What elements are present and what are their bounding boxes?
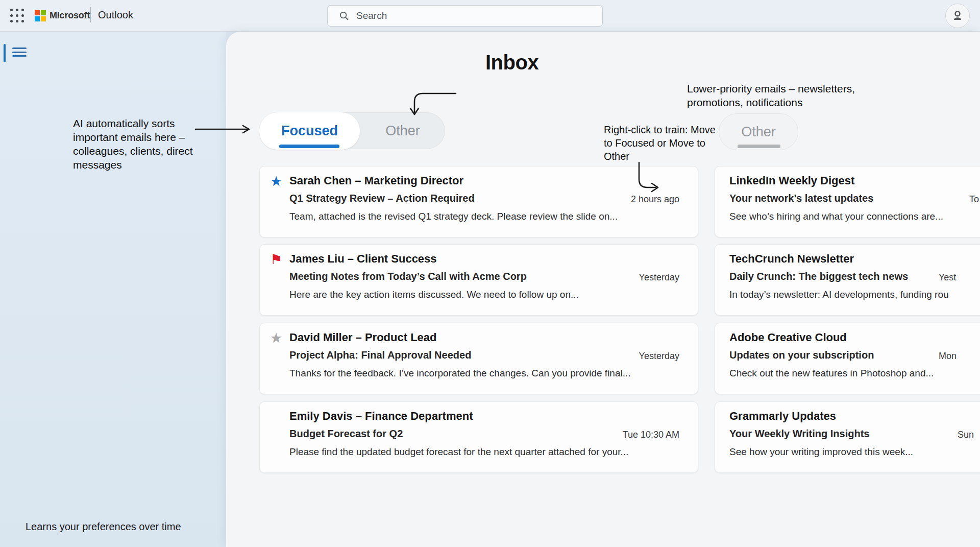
email-item-sarah-chen[interactable]: ★ Sarah Chen – Marketing Director Q1 Str… — [259, 166, 698, 237]
search-box[interactable] — [327, 5, 603, 27]
search-icon — [339, 11, 349, 21]
email-item-james-liu[interactable]: ⚑ James Liu – Client Success Meeting Not… — [259, 244, 698, 316]
star-icon[interactable]: ★ — [270, 331, 282, 345]
email-sender: James Liu – Client Success — [289, 252, 437, 266]
email-item-emily-davis[interactable]: Emily Davis – Finance Department Budget … — [259, 401, 698, 473]
email-sender: Emily Davis – Finance Department — [289, 410, 473, 423]
search-input[interactable] — [356, 10, 595, 21]
tab-other-column-label: Other — [741, 124, 776, 139]
tab-focused-label: Focused — [281, 123, 338, 138]
top-bar: Microsoft Outlook — [0, 0, 980, 32]
email-sender: David Miller – Product Lead — [289, 331, 437, 344]
email-preview: Please find the updated budget forecast … — [289, 446, 628, 458]
topbar-divider — [90, 7, 91, 22]
email-preview: Team, attached is the revised Q1 strateg… — [289, 211, 618, 222]
star-icon[interactable]: ★ — [270, 175, 282, 188]
email-sender: TechCrunch Newsletter — [729, 252, 854, 266]
other-underline — [738, 145, 780, 148]
email-time: 2 hours ago — [631, 194, 679, 205]
email-preview: See who’s hiring and what your connectio… — [729, 211, 943, 222]
app-title: Outlook — [98, 9, 133, 21]
email-subject: Updates on your subscription — [729, 349, 874, 361]
email-time: Tue 10:30 AM — [623, 430, 679, 440]
annotation-focused-callout: AI automatically sorts important emails … — [73, 116, 195, 172]
microsoft-wordmark: Microsoft — [50, 10, 90, 21]
tab-other[interactable]: Other — [360, 113, 445, 149]
outlook-window: Microsoft Outlook AI automatically sorts… — [0, 0, 980, 547]
tab-other-column[interactable]: Other — [719, 113, 798, 150]
inbox-panel: Inbox Lower-priority emails – newsletter… — [226, 32, 980, 547]
flag-icon[interactable]: ⚑ — [270, 253, 282, 267]
email-item-david-miller[interactable]: ★ David Miller – Product Lead Project Al… — [259, 323, 698, 394]
email-item-adobe[interactable]: Adobe Creative Cloud Updates on your sub… — [715, 323, 980, 394]
email-subject: Project Alpha: Final Approval Needed — [289, 349, 471, 361]
hamburger-menu-icon[interactable] — [12, 47, 28, 59]
focused-underline — [279, 145, 339, 148]
email-item-techcrunch[interactable]: TechCrunch Newsletter Daily Crunch: The … — [715, 244, 980, 316]
email-subject: Meeting Notes from Today’s Call with Acm… — [289, 271, 527, 282]
email-item-linkedin[interactable]: LinkedIn Weekly Digest Your network’s la… — [715, 166, 980, 237]
email-subject: Budget Forecast for Q2 — [289, 428, 403, 440]
app-launcher-icon[interactable] — [9, 8, 26, 24]
email-time: Yesterday — [639, 272, 679, 283]
email-sender: Sarah Chen – Marketing Director — [289, 174, 463, 187]
email-sender: Grammarly Updates — [729, 410, 836, 423]
email-time: Yesterday — [639, 351, 679, 362]
email-sender: Adobe Creative Cloud — [729, 331, 847, 344]
email-time: Mon — [939, 351, 957, 362]
email-time: To — [969, 194, 979, 205]
email-time: Yest — [939, 272, 956, 283]
email-subject: Daily Crunch: The biggest tech news — [729, 271, 908, 282]
selected-accent-bar — [4, 44, 6, 62]
account-avatar-button[interactable] — [945, 4, 970, 28]
email-subject: Your network’s latest updates — [729, 193, 873, 204]
email-preview: Check out the new features in Photoshop … — [729, 368, 934, 379]
focused-other-tab-group: Focused Other — [259, 112, 445, 149]
left-sidebar: AI automatically sorts important emails … — [0, 32, 226, 547]
email-preview: In today’s newsletter: AI developments, … — [729, 289, 949, 300]
email-preview: See how your writing improved this week.… — [729, 446, 913, 458]
person-icon — [951, 9, 964, 22]
annotation-learns-preferences: Learns your preferences over time — [26, 521, 181, 533]
email-sender: LinkedIn Weekly Digest — [729, 174, 854, 187]
email-item-grammarly[interactable]: Grammarly Updates Your Weekly Writing In… — [715, 401, 980, 473]
annotation-other-callout: Lower-priority emails – newsletters, pro… — [687, 82, 878, 109]
email-time: Sun — [958, 430, 974, 440]
email-preview: Here are the key action items discussed.… — [289, 289, 579, 300]
page-title: Inbox — [485, 51, 538, 74]
email-preview: Thanks for the feedback. I’ve incorporat… — [289, 368, 631, 379]
microsoft-logo-icon — [35, 10, 46, 21]
email-subject: Your Weekly Writing Insights — [729, 428, 869, 440]
annotation-train-callout: Right-click to train: Move to Focused or… — [604, 123, 716, 163]
email-subject: Q1 Strategy Review – Action Required — [289, 193, 475, 204]
tab-focused[interactable]: Focused — [259, 112, 360, 150]
